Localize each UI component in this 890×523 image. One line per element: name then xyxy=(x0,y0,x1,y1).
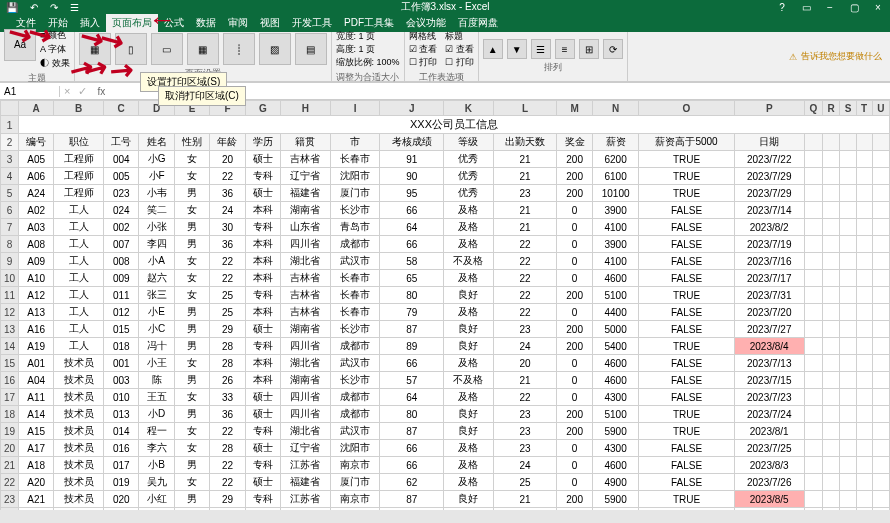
cell[interactable]: 本科 xyxy=(245,202,280,219)
cell[interactable]: 姓名 xyxy=(139,134,174,151)
cell[interactable]: 33 xyxy=(210,389,245,406)
cell[interactable] xyxy=(872,372,890,389)
cell[interactable] xyxy=(804,355,822,372)
cell[interactable]: 23 xyxy=(493,321,557,338)
cell[interactable]: 2023/7/24 xyxy=(734,406,804,423)
fx-icon[interactable]: fx xyxy=(91,86,111,97)
col-head-T[interactable]: T xyxy=(856,101,872,116)
col-head-G[interactable]: G xyxy=(245,101,280,116)
cell[interactable]: A11 xyxy=(19,389,54,406)
size-button[interactable]: ▭ xyxy=(151,33,183,65)
cell[interactable]: 22 xyxy=(210,253,245,270)
cell[interactable]: 薪资 xyxy=(592,134,639,151)
cell[interactable] xyxy=(804,423,822,440)
cell[interactable] xyxy=(872,457,890,474)
cell[interactable]: 79 xyxy=(380,304,444,321)
cell[interactable] xyxy=(840,270,857,287)
cell[interactable]: 022 xyxy=(104,508,139,511)
cell[interactable]: 长沙市 xyxy=(330,321,380,338)
cell[interactable]: 专科 xyxy=(245,508,280,511)
cell[interactable]: 62 xyxy=(380,474,444,491)
cell[interactable]: 硕士 xyxy=(245,440,280,457)
cell[interactable]: 南京市 xyxy=(330,457,380,474)
cell[interactable]: 200 xyxy=(557,406,592,423)
cell[interactable]: FALSE xyxy=(639,219,734,236)
cell[interactable]: 编号 xyxy=(19,134,54,151)
fonts-button[interactable]: A 字体 xyxy=(40,43,70,56)
cell[interactable]: 硕士 xyxy=(245,151,280,168)
cell[interactable]: 6100 xyxy=(592,168,639,185)
row-head[interactable]: 12 xyxy=(1,304,19,321)
cell[interactable]: 22 xyxy=(210,457,245,474)
cell[interactable]: 22 xyxy=(493,270,557,287)
cell[interactable] xyxy=(804,253,822,270)
tab-公式[interactable]: 公式 xyxy=(158,14,190,32)
cell[interactable]: A04 xyxy=(19,372,54,389)
cell[interactable]: 87 xyxy=(380,423,444,440)
cell[interactable]: 28 xyxy=(210,338,245,355)
cell[interactable]: 5400 xyxy=(592,338,639,355)
cell[interactable]: 4100 xyxy=(592,253,639,270)
cell[interactable]: 长春市 xyxy=(330,270,380,287)
cell[interactable]: 工号 xyxy=(104,134,139,151)
cell[interactable]: 出勤天数 xyxy=(493,134,557,151)
cell[interactable]: 专科 xyxy=(245,168,280,185)
cell[interactable] xyxy=(856,474,872,491)
cell[interactable]: 技术员 xyxy=(54,355,104,372)
cell[interactable] xyxy=(872,236,890,253)
cell[interactable]: 80 xyxy=(380,406,444,423)
maximize-icon[interactable]: ▢ xyxy=(842,2,866,13)
cell[interactable] xyxy=(840,151,857,168)
cell[interactable] xyxy=(856,202,872,219)
sheet-title-cell[interactable]: XXX公司员工信息 xyxy=(19,116,890,134)
cell[interactable]: 36 xyxy=(210,236,245,253)
cell[interactable]: 91 xyxy=(380,151,444,168)
cell[interactable]: FALSE xyxy=(639,474,734,491)
cell[interactable] xyxy=(822,253,839,270)
cell[interactable]: 2023/7/30 xyxy=(734,508,804,511)
cell[interactable]: 89 xyxy=(380,338,444,355)
cell[interactable]: 013 xyxy=(104,406,139,423)
tab-数据[interactable]: 数据 xyxy=(190,14,222,32)
cell[interactable]: 21 xyxy=(493,202,557,219)
cell[interactable]: 017 xyxy=(104,457,139,474)
cell[interactable]: 22 xyxy=(493,236,557,253)
cell[interactable]: 22 xyxy=(210,423,245,440)
cell[interactable]: 26 xyxy=(210,372,245,389)
cell[interactable]: 2023/7/29 xyxy=(734,185,804,202)
cell[interactable] xyxy=(856,304,872,321)
cell[interactable]: 等级 xyxy=(444,134,494,151)
close-icon[interactable]: × xyxy=(866,2,890,13)
cell[interactable]: 66 xyxy=(380,440,444,457)
cell[interactable]: 女 xyxy=(174,355,209,372)
cell[interactable]: 24 xyxy=(493,457,557,474)
cell[interactable]: 2023/8/2 xyxy=(734,219,804,236)
cell[interactable]: 22 xyxy=(493,389,557,406)
cell[interactable]: 工人 xyxy=(54,219,104,236)
col-head-R[interactable]: R xyxy=(822,101,839,116)
cell[interactable] xyxy=(856,372,872,389)
width-select[interactable]: 1 页 xyxy=(359,31,376,41)
col-head-P[interactable]: P xyxy=(734,101,804,116)
cell[interactable]: FALSE xyxy=(639,270,734,287)
row-head[interactable]: 2 xyxy=(1,134,19,151)
clear-print-area-tooltip[interactable]: 取消打印区域(C) xyxy=(158,86,246,106)
cell[interactable] xyxy=(804,406,822,423)
cell[interactable]: 小B xyxy=(139,457,174,474)
cell[interactable]: 2023/7/19 xyxy=(734,236,804,253)
cell[interactable]: 002 xyxy=(104,219,139,236)
cell[interactable]: 小宇 xyxy=(139,508,174,511)
undo-icon[interactable]: ↶ xyxy=(30,2,38,13)
cell[interactable]: 技术员 xyxy=(54,474,104,491)
redo-icon[interactable]: ↷ xyxy=(50,2,58,13)
cell[interactable]: 女 xyxy=(174,389,209,406)
cell[interactable]: 66 xyxy=(380,355,444,372)
cell[interactable]: 市 xyxy=(330,134,380,151)
cell[interactable] xyxy=(822,185,839,202)
cell[interactable] xyxy=(856,338,872,355)
col-head-M[interactable]: M xyxy=(557,101,592,116)
cell[interactable]: 女 xyxy=(174,202,209,219)
grid-print-check[interactable]: ☐ 打印 xyxy=(409,56,438,69)
cell[interactable]: 男 xyxy=(174,236,209,253)
cell[interactable]: 015 xyxy=(104,321,139,338)
